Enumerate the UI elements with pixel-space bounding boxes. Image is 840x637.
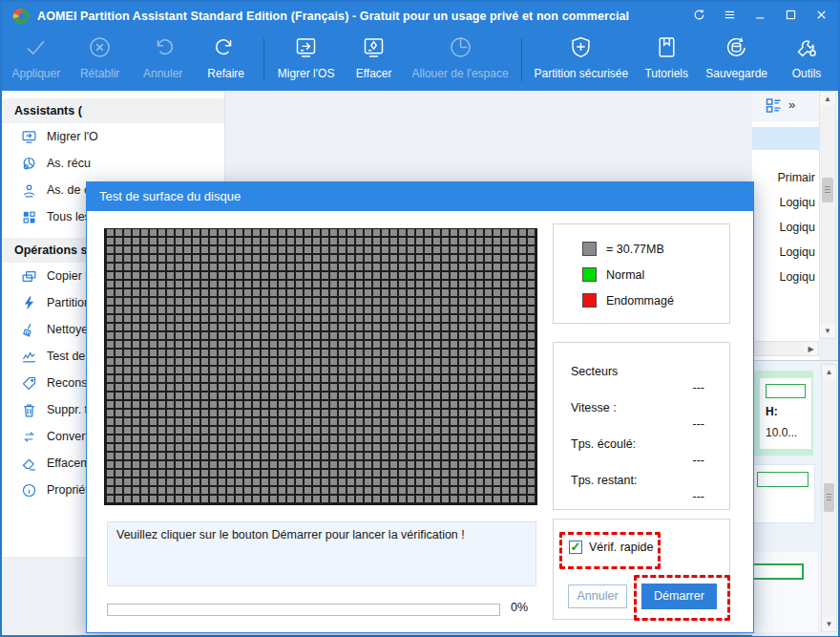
toolbar-button-refaire[interactable]: Refaire <box>195 31 258 91</box>
toolbar-button-outils[interactable]: Outils <box>775 31 838 91</box>
action-panel: ✓ Vérif. rapide Annuler Démarrer <box>553 519 730 620</box>
collapse-panel-icon[interactable]: » <box>788 97 795 112</box>
window-title: AOMEI Partition Assistant Standard Editi… <box>37 10 629 23</box>
sidebar-section-header: Assistants ( <box>2 98 224 123</box>
close-button[interactable] <box>813 9 829 24</box>
allouer-espace-icon <box>448 34 473 64</box>
scroll-right-icon[interactable]: ▶ <box>804 342 818 355</box>
close-icon <box>814 8 829 26</box>
list-row[interactable]: Logiqu <box>752 190 815 215</box>
broom-icon <box>21 322 37 338</box>
cancel-button[interactable]: Annuler <box>568 584 627 608</box>
stat-label: Tps. écoulé: <box>571 437 704 451</box>
progress-percent: 0% <box>511 601 528 614</box>
effacer-icon <box>361 34 387 64</box>
window-controls <box>691 9 829 24</box>
trash-icon <box>21 402 37 418</box>
recover-icon <box>21 156 37 172</box>
legend-item: Normal <box>582 267 729 282</box>
surface-test-grid <box>104 228 537 505</box>
toolbar-separator <box>263 38 264 81</box>
checkbox-icon[interactable]: ✓ <box>569 541 582 554</box>
list-row[interactable]: Logiqu <box>752 265 815 289</box>
scroll-down-icon[interactable]: ▼ <box>820 324 835 338</box>
scroll-up-icon[interactable]: ▲ <box>820 92 835 106</box>
dialog-message: Veuillez cliquer sur le bouton Démarrer … <box>107 521 536 586</box>
grid-icon <box>21 209 37 225</box>
partition-usage-bar <box>766 384 806 398</box>
stat-label: Vitesse : <box>571 401 704 414</box>
toolbar-button-retablir: Rétablir <box>69 31 132 91</box>
toolbar-button-appliquer: Appliquer <box>4 31 69 91</box>
scroll-down-icon[interactable]: ▼ <box>822 617 836 631</box>
partition-letter: H: <box>766 405 778 418</box>
refresh-button[interactable] <box>691 9 706 24</box>
minimize-button[interactable] <box>752 9 767 24</box>
surface-icon <box>21 349 37 365</box>
toolbar-button-sauvegarde[interactable]: Sauvegarde <box>698 31 775 91</box>
partition-size: 10.0... <box>766 426 797 439</box>
list-horizontal-scrollbar[interactable]: ▶ <box>752 341 819 356</box>
toolbar-separator <box>521 38 522 81</box>
progress-bar <box>107 604 500 616</box>
quick-check-label: Vérif. rapide <box>589 541 653 554</box>
toolbar-button-allouer-espace: Allouer de l'espace <box>406 31 515 91</box>
stat-value: --- <box>571 454 704 467</box>
legend-swatch-icon <box>582 242 597 256</box>
partition-securisee-icon <box>568 34 594 64</box>
app-logo-icon <box>11 7 31 26</box>
sauvegarde-icon <box>724 34 749 64</box>
toolbar: Appliquer Rétablir Annuler Refaire Migre… <box>4 31 838 91</box>
list-view-icon[interactable] <box>764 96 784 116</box>
sidebar-item-assistant-recuperation[interactable]: As. récu <box>2 150 224 177</box>
bolt-icon <box>21 295 37 311</box>
convert-icon <box>21 429 37 445</box>
eraser-icon <box>21 456 37 472</box>
outils-icon <box>794 34 820 64</box>
stat-value: --- <box>571 417 704 431</box>
toolbar-button-tutoriels[interactable]: Tutoriels <box>635 31 698 91</box>
menu-icon <box>723 8 737 26</box>
refaire-icon <box>213 34 239 64</box>
scrollbar-thumb[interactable] <box>824 483 834 512</box>
panel-vertical-scrollbar[interactable]: ▲ ▼ <box>821 364 837 632</box>
sidebar-item-migrer-os[interactable]: Migrer l'O <box>2 123 224 150</box>
annuler-icon <box>150 34 176 64</box>
migrate-icon <box>21 129 37 145</box>
refresh-icon <box>692 8 706 26</box>
stat-value: --- <box>571 381 704 394</box>
stats-panel: Secteurs---Vitesse :---Tps. écoulé:---Tp… <box>553 342 730 510</box>
toolbar-button-effacer[interactable]: Effacer <box>343 31 406 91</box>
checkmark-icon: ✓ <box>571 541 581 553</box>
appliquer-icon <box>23 34 49 64</box>
scroll-up-icon[interactable]: ▲ <box>822 365 836 379</box>
maximize-button[interactable] <box>783 9 798 24</box>
surface-test-dialog: Test de surface du disque = 30.77MB Norm… <box>86 181 754 633</box>
selected-partition-card[interactable]: H: 10.0... <box>752 371 813 456</box>
stat-label: Tps. restant: <box>571 474 704 487</box>
toolbar-button-annuler: Annuler <box>132 31 195 91</box>
quick-check-checkbox[interactable]: ✓ Vérif. rapide <box>569 541 653 554</box>
scrollbar-thumb[interactable] <box>822 178 833 202</box>
legend-swatch-icon <box>582 267 597 282</box>
stat-value: --- <box>571 490 704 503</box>
toolbar-button-migrer-os[interactable]: Migrer l'OS <box>270 31 343 91</box>
selected-row-highlight <box>752 127 819 150</box>
menu-button[interactable] <box>722 9 737 24</box>
legend-swatch-icon <box>582 293 597 308</box>
minimize-icon <box>753 8 767 26</box>
main-area: Assistants ( Migrer l'O As. récu As. de … <box>2 91 838 635</box>
legend-panel: = 30.77MB Normal Endommagé <box>553 223 730 324</box>
list-row[interactable]: Logiqu <box>752 215 815 240</box>
copy-icon <box>21 268 37 285</box>
list-vertical-scrollbar[interactable]: ▲ ▼ <box>819 91 836 339</box>
partition-card[interactable] <box>752 464 815 523</box>
list-row[interactable]: Primair <box>752 165 815 190</box>
app-window: AOMEI Partition Assistant Standard Editi… <box>0 0 840 637</box>
titlebar: AOMEI Partition Assistant Standard Editi… <box>2 2 838 31</box>
annotation-box-start <box>634 575 730 621</box>
maximize-icon <box>784 8 798 26</box>
list-row[interactable]: Logiqu <box>752 240 815 265</box>
legend-item: Endommagé <box>582 293 729 308</box>
toolbar-button-partition-securisee[interactable]: Partition sécurisée <box>527 31 635 91</box>
